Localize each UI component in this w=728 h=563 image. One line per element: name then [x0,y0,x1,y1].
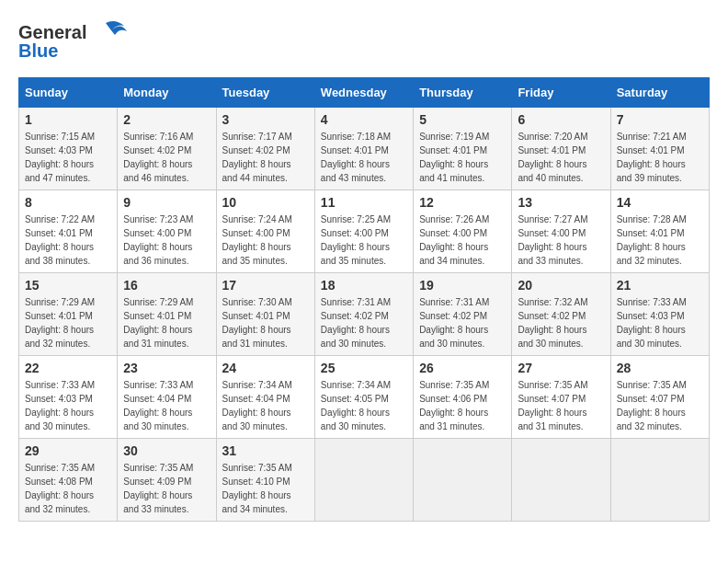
day-info: Sunrise: 7:28 AM Sunset: 4:01 PM Dayligh… [617,213,703,268]
day-info: Sunrise: 7:31 AM Sunset: 4:02 PM Dayligh… [419,295,506,350]
day-info: Sunrise: 7:15 AM Sunset: 4:03 PM Dayligh… [25,130,111,185]
header-friday: Friday [512,78,610,108]
day-number: 9 [123,195,210,210]
day-info: Sunrise: 7:35 AM Sunset: 4:10 PM Dayligh… [222,461,309,516]
day-number: 23 [123,361,210,375]
header-sunday: Sunday [19,78,118,108]
calendar-week-row: 8 Sunrise: 7:22 AM Sunset: 4:01 PM Dayli… [19,190,710,273]
day-info: Sunrise: 7:29 AM Sunset: 4:01 PM Dayligh… [123,295,210,350]
svg-text:Blue: Blue [18,40,58,61]
calendar-cell: 22 Sunrise: 7:33 AM Sunset: 4:03 PM Dayl… [19,356,118,439]
header-wednesday: Wednesday [314,78,413,108]
day-number: 6 [518,112,604,127]
day-info: Sunrise: 7:33 AM Sunset: 4:03 PM Dayligh… [25,378,111,433]
day-info: Sunrise: 7:34 AM Sunset: 4:04 PM Dayligh… [222,378,309,433]
calendar-cell: 20 Sunrise: 7:32 AM Sunset: 4:02 PM Dayl… [512,273,610,356]
day-number: 17 [222,278,309,293]
day-info: Sunrise: 7:32 AM Sunset: 4:02 PM Dayligh… [518,295,604,350]
header-tuesday: Tuesday [216,78,314,108]
calendar-cell: 4 Sunrise: 7:18 AM Sunset: 4:01 PM Dayli… [314,108,413,190]
day-info: Sunrise: 7:22 AM Sunset: 4:01 PM Dayligh… [25,213,111,268]
calendar-cell: 3 Sunrise: 7:17 AM Sunset: 4:02 PM Dayli… [216,108,314,190]
day-info: Sunrise: 7:33 AM Sunset: 4:04 PM Dayligh… [123,378,210,433]
day-info: Sunrise: 7:18 AM Sunset: 4:01 PM Dayligh… [321,130,407,185]
calendar-cell: 16 Sunrise: 7:29 AM Sunset: 4:01 PM Dayl… [118,273,216,356]
day-number: 15 [25,278,111,293]
calendar-cell: 29 Sunrise: 7:35 AM Sunset: 4:08 PM Dayl… [19,439,118,522]
day-info: Sunrise: 7:21 AM Sunset: 4:01 PM Dayligh… [617,130,703,185]
day-number: 3 [222,112,309,127]
day-info: Sunrise: 7:27 AM Sunset: 4:00 PM Dayligh… [518,213,604,268]
calendar-cell: 8 Sunrise: 7:22 AM Sunset: 4:01 PM Dayli… [19,190,118,273]
day-number: 16 [123,278,210,293]
calendar-cell: 21 Sunrise: 7:33 AM Sunset: 4:03 PM Dayl… [610,273,709,356]
day-number: 20 [518,278,604,293]
calendar-cell: 15 Sunrise: 7:29 AM Sunset: 4:01 PM Dayl… [19,273,118,356]
calendar-cell: 17 Sunrise: 7:30 AM Sunset: 4:01 PM Dayl… [216,273,314,356]
calendar-cell: 23 Sunrise: 7:33 AM Sunset: 4:04 PM Dayl… [118,356,216,439]
calendar-cell [314,439,413,522]
day-number: 4 [321,112,407,127]
calendar-cell: 14 Sunrise: 7:28 AM Sunset: 4:01 PM Dayl… [610,190,709,273]
calendar-cell: 19 Sunrise: 7:31 AM Sunset: 4:02 PM Dayl… [414,273,512,356]
day-info: Sunrise: 7:33 AM Sunset: 4:03 PM Dayligh… [617,295,703,350]
calendar-cell: 9 Sunrise: 7:23 AM Sunset: 4:00 PM Dayli… [118,190,216,273]
day-info: Sunrise: 7:19 AM Sunset: 4:01 PM Dayligh… [419,130,506,185]
day-number: 12 [419,195,506,210]
day-info: Sunrise: 7:35 AM Sunset: 4:09 PM Dayligh… [123,461,210,516]
page-header: General Blue [18,18,710,68]
day-number: 18 [321,278,407,293]
day-number: 14 [617,195,703,210]
calendar-week-row: 15 Sunrise: 7:29 AM Sunset: 4:01 PM Dayl… [19,273,710,356]
calendar-cell: 2 Sunrise: 7:16 AM Sunset: 4:02 PM Dayli… [118,108,216,190]
calendar-cell [610,439,709,522]
header-thursday: Thursday [414,78,512,108]
day-number: 11 [321,195,407,210]
day-info: Sunrise: 7:24 AM Sunset: 4:00 PM Dayligh… [222,213,309,268]
calendar-cell: 6 Sunrise: 7:20 AM Sunset: 4:01 PM Dayli… [512,108,610,190]
day-info: Sunrise: 7:30 AM Sunset: 4:01 PM Dayligh… [222,295,309,350]
calendar-cell: 5 Sunrise: 7:19 AM Sunset: 4:01 PM Dayli… [414,108,512,190]
day-number: 26 [419,361,506,375]
day-number: 28 [617,361,703,375]
calendar-cell [512,439,610,522]
calendar-cell: 11 Sunrise: 7:25 AM Sunset: 4:00 PM Dayl… [314,190,413,273]
calendar-cell: 27 Sunrise: 7:35 AM Sunset: 4:07 PM Dayl… [512,356,610,439]
calendar-cell: 24 Sunrise: 7:34 AM Sunset: 4:04 PM Dayl… [216,356,314,439]
calendar-header-row: SundayMondayTuesdayWednesdayThursdayFrid… [19,78,710,108]
logo: General Blue [18,18,129,68]
calendar-cell: 18 Sunrise: 7:31 AM Sunset: 4:02 PM Dayl… [314,273,413,356]
calendar-cell [414,439,512,522]
day-number: 2 [123,112,210,127]
day-number: 10 [222,195,309,210]
day-number: 8 [25,195,111,210]
calendar-cell: 28 Sunrise: 7:35 AM Sunset: 4:07 PM Dayl… [610,356,709,439]
logo-text: General Blue [18,18,129,68]
calendar-cell: 13 Sunrise: 7:27 AM Sunset: 4:00 PM Dayl… [512,190,610,273]
day-info: Sunrise: 7:26 AM Sunset: 4:00 PM Dayligh… [419,213,506,268]
header-saturday: Saturday [610,78,709,108]
day-info: Sunrise: 7:35 AM Sunset: 4:08 PM Dayligh… [25,461,111,516]
day-number: 21 [617,278,703,293]
svg-text:General: General [18,22,86,42]
day-number: 30 [123,443,210,458]
day-number: 31 [222,443,309,458]
calendar-cell: 25 Sunrise: 7:34 AM Sunset: 4:05 PM Dayl… [314,356,413,439]
calendar-week-row: 1 Sunrise: 7:15 AM Sunset: 4:03 PM Dayli… [19,108,710,190]
day-number: 22 [25,361,111,375]
day-info: Sunrise: 7:23 AM Sunset: 4:00 PM Dayligh… [123,213,210,268]
header-monday: Monday [118,78,216,108]
day-info: Sunrise: 7:35 AM Sunset: 4:07 PM Dayligh… [518,378,604,433]
calendar-week-row: 29 Sunrise: 7:35 AM Sunset: 4:08 PM Dayl… [19,439,710,522]
day-number: 29 [25,443,111,458]
day-number: 7 [617,112,703,127]
calendar-cell: 10 Sunrise: 7:24 AM Sunset: 4:00 PM Dayl… [216,190,314,273]
day-number: 13 [518,195,604,210]
calendar-cell: 30 Sunrise: 7:35 AM Sunset: 4:09 PM Dayl… [118,439,216,522]
day-number: 27 [518,361,604,375]
calendar-cell: 1 Sunrise: 7:15 AM Sunset: 4:03 PM Dayli… [19,108,118,190]
day-info: Sunrise: 7:17 AM Sunset: 4:02 PM Dayligh… [222,130,309,185]
day-info: Sunrise: 7:35 AM Sunset: 4:06 PM Dayligh… [419,378,506,433]
day-number: 1 [25,112,111,127]
day-number: 24 [222,361,309,375]
